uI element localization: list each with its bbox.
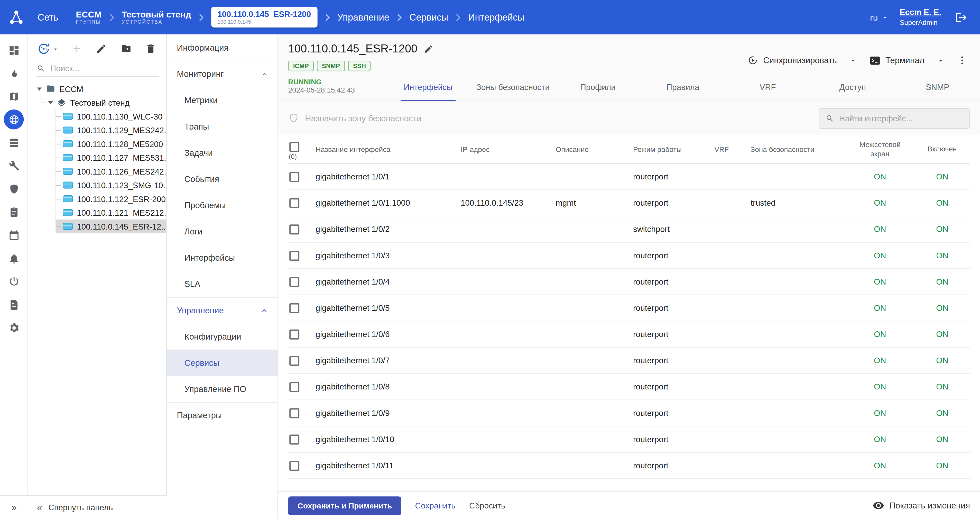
edit-device-name-button[interactable] — [424, 45, 433, 54]
sync-dropdown-button[interactable] — [843, 54, 863, 67]
table-row[interactable]: gigabitethernet 1/0/11 routerport ON ON — [288, 453, 970, 479]
availability-power-icon[interactable] — [3, 271, 25, 292]
breadcrumb-group[interactable]: ECCM ГРУППЫ — [76, 9, 102, 25]
expand-rail-button[interactable]: » — [0, 502, 28, 513]
menu-item[interactable]: Управление ПО — [167, 376, 277, 402]
breadcrumb-stand[interactable]: Тестовый стенд УСТРОЙСТВА — [121, 9, 191, 25]
collapse-panel-button[interactable]: « Свернуть панель — [28, 502, 113, 513]
user-name-link[interactable]: Eccm E. E. — [900, 8, 941, 18]
tab[interactable]: SNMP — [895, 74, 980, 101]
more-actions-button[interactable] — [953, 54, 971, 67]
row-checkbox[interactable] — [290, 382, 299, 392]
tree-device-item[interactable]: 100.110.1.129_MES242... — [56, 123, 166, 137]
tab[interactable]: Правила — [640, 74, 725, 101]
save-and-apply-button[interactable]: Сохранить и Применить — [288, 496, 401, 515]
table-row[interactable]: gigabitethernet 1/0/7 routerport ON ON — [288, 347, 970, 374]
tree-search[interactable] — [36, 60, 159, 77]
tab[interactable]: Зоны безопасности — [471, 74, 555, 101]
user-menu[interactable]: Eccm E. E. SuperAdmin — [900, 8, 941, 27]
row-checkbox[interactable] — [290, 198, 299, 208]
tree-device-item[interactable]: 100.110.1.126_MES242... — [56, 164, 166, 178]
row-checkbox[interactable] — [290, 434, 299, 444]
breadcrumb-services[interactable]: Сервисы — [409, 12, 448, 22]
menu-item[interactable]: SLA — [167, 271, 277, 297]
tree-device-item[interactable]: 100.110.1.121_MES212... — [56, 205, 166, 220]
language-selector[interactable]: ru — [870, 12, 889, 22]
menu-item[interactable]: Интерфейсы — [167, 244, 277, 271]
network-globe-icon[interactable] — [4, 110, 24, 129]
devices-icon[interactable] — [3, 132, 25, 153]
menu-item[interactable]: Логи — [167, 218, 277, 244]
tree-group-stand[interactable]: Тестовый стенд — [41, 96, 166, 110]
tab[interactable]: Интерфейсы — [386, 74, 471, 101]
row-checkbox[interactable] — [290, 408, 299, 418]
table-row[interactable]: gigabitethernet 1/0/9 routerport ON ON — [288, 400, 970, 427]
row-checkbox[interactable] — [290, 460, 299, 470]
settings-gear-icon[interactable] — [3, 317, 25, 338]
tree-device-item[interactable]: 100.110.1.122_ESR-200 — [56, 192, 166, 206]
table-row[interactable]: gigabitethernet 1/0/8 routerport ON ON — [288, 374, 970, 400]
row-checkbox[interactable] — [290, 303, 299, 313]
row-checkbox[interactable] — [290, 277, 299, 287]
row-checkbox[interactable] — [290, 172, 299, 182]
menu-item[interactable]: Метрики — [167, 87, 277, 113]
show-changes-button[interactable]: Показать изменения — [873, 500, 970, 511]
menu-item[interactable]: Задачи — [167, 139, 277, 166]
edit-group-button[interactable] — [94, 42, 108, 56]
menu-group-monitoring[interactable]: Мониторинг — [167, 60, 277, 87]
interface-search[interactable] — [819, 108, 970, 129]
tab[interactable]: Профили — [555, 74, 640, 101]
terminal-dropdown-button[interactable] — [931, 54, 951, 67]
tree-expand-icon[interactable] — [48, 101, 53, 104]
menu-item[interactable]: Трапы — [167, 113, 277, 139]
nav-network[interactable]: Сеть — [38, 12, 58, 22]
tree-root-eccm[interactable]: ECCM — [37, 82, 167, 96]
menu-item[interactable]: Сервисы — [167, 350, 277, 376]
reset-button[interactable]: Сбросить — [469, 501, 506, 510]
row-checkbox[interactable] — [290, 355, 299, 366]
tab[interactable]: Доступ — [810, 74, 895, 101]
incidents-icon[interactable] — [3, 62, 25, 84]
interface-search-input[interactable] — [839, 113, 963, 123]
row-checkbox[interactable] — [290, 250, 299, 260]
save-button[interactable]: Сохранить — [415, 501, 455, 510]
row-checkbox[interactable] — [290, 329, 299, 339]
sync-button[interactable]: Синхронизировать — [744, 51, 840, 69]
calendar-icon[interactable] — [3, 224, 25, 246]
breadcrumb-interfaces[interactable]: Интерфейсы — [468, 12, 524, 22]
table-row[interactable]: gigabitethernet 1/0/1.1000 100.110.0.145… — [288, 190, 970, 216]
table-row[interactable]: gigabitethernet 1/0/5 routerport ON ON — [288, 295, 970, 321]
tree-device-item[interactable]: 100.110.1.128_ME5200 — [56, 137, 166, 151]
add-device-button[interactable] — [70, 42, 84, 56]
table-row[interactable]: gigabitethernet 1/0/10 routerport ON ON — [288, 427, 970, 453]
row-checkbox[interactable] — [290, 224, 299, 234]
tasks-clipboard-icon[interactable] — [3, 201, 25, 223]
select-all-checkbox[interactable] — [290, 142, 299, 152]
assign-zone-button[interactable]: Назначить зону безопасности — [288, 113, 422, 124]
map-icon[interactable] — [3, 86, 25, 107]
terminal-button[interactable]: Терминал — [865, 52, 928, 69]
tree-device-item[interactable]: 100.110.1.123_SMG-10... — [56, 178, 166, 192]
tree-device-item[interactable]: 100.110.1.130_WLC-30 — [56, 110, 166, 123]
tab[interactable]: VRF — [725, 74, 810, 101]
menu-group-management[interactable]: Управление — [167, 297, 277, 323]
menu-item-info[interactable]: Информация — [167, 35, 277, 60]
table-row[interactable]: gigabitethernet 1/0/3 routerport ON ON — [288, 243, 970, 269]
tools-icon[interactable] — [3, 155, 25, 176]
logs-icon[interactable] — [3, 294, 25, 315]
menu-item[interactable]: Конфигурации — [167, 323, 277, 350]
breadcrumb-management[interactable]: Управление — [337, 12, 389, 22]
delete-device-button[interactable] — [144, 42, 158, 56]
tree-expand-icon[interactable] — [37, 87, 42, 90]
device-chip[interactable]: 100.110.0.145_ESR-1200 100.110.0.145 — [211, 7, 317, 28]
move-to-group-button[interactable] — [119, 42, 133, 56]
menu-item[interactable]: Проблемы — [167, 192, 277, 218]
security-shield-icon[interactable] — [3, 178, 25, 199]
tree-search-input[interactable] — [50, 64, 158, 73]
menu-item-parameters[interactable]: Параметры — [167, 402, 277, 428]
table-row[interactable]: gigabitethernet 1/0/6 routerport ON ON — [288, 321, 970, 347]
table-row[interactable]: gigabitethernet 1/0/1 routerport ON ON — [288, 164, 970, 190]
dashboard-icon[interactable] — [3, 39, 25, 60]
tree-device-item[interactable]: 100.110.0.145_ESR-12... — [56, 220, 166, 233]
table-row[interactable]: gigabitethernet 1/0/2 switchport ON ON — [288, 217, 970, 243]
